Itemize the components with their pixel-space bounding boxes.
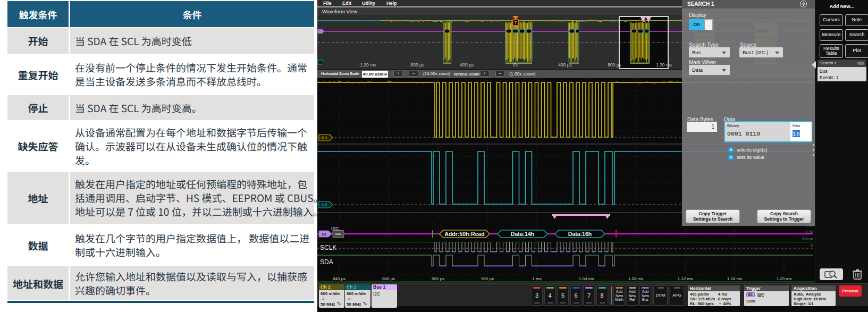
svg-text:840 µs: 840 µs [333,276,345,281]
svg-text:920 µs: 920 µs [432,276,444,281]
svg-text:1.08 ms: 1.08 ms [628,276,643,281]
svg-text:T: T [514,20,517,26]
svg-text:1 ms: 1 ms [532,276,541,281]
svg-text:C 1: C 1 [322,136,327,140]
svg-text:600 m: 600 m [803,237,813,241]
svg-text:Addr:50h:Read: Addr:50h:Read [444,231,484,237]
svg-text:-1.20 ms: -1.20 ms [358,62,376,68]
svg-text:1.20 ms: 1.20 ms [777,276,791,281]
svg-text:Data:14h: Data:14h [511,231,534,237]
svg-text:960 µs: 960 µs [481,276,494,281]
svg-text:1.20 ms: 1.20 ms [656,62,672,68]
svg-text:-400 µs: -400 µs [459,62,474,68]
svg-text:800 µs: 800 µs [608,62,621,68]
svg-text:1.04 ms: 1.04 ms [579,276,594,281]
svg-text:1.16 ms: 1.16 ms [727,276,742,281]
svg-text:1.12 ms: 1.12 ms [678,276,693,281]
svg-text:-800 µs: -800 µs [409,62,425,68]
svg-text:Data:16h: Data:16h [568,231,592,237]
svg-text:1.20: 1.20 [805,230,813,234]
svg-text:C 2: C 2 [322,203,327,207]
svg-text:880 µs: 880 µs [382,276,395,281]
svg-text:0’s: 0’s [513,62,519,68]
svg-text:B1: B1 [322,232,327,236]
svg-text:SCLK: SCLK [320,244,336,251]
svg-text:400 µs: 400 µs [558,62,572,68]
svg-text:0: 0 [811,243,813,247]
svg-text:SDA: SDA [320,258,333,266]
